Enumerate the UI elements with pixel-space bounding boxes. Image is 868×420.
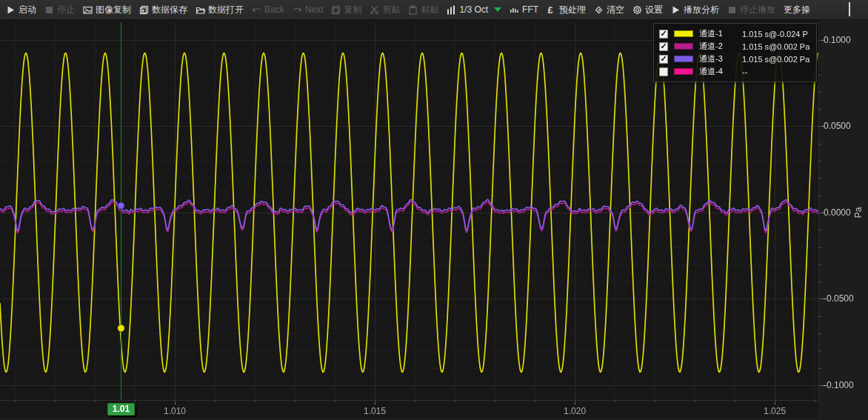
channel-value: -- (742, 67, 747, 76)
data-save-button[interactable]: 数据保存 (139, 0, 187, 19)
x-axis-tick-label: 1.015 (358, 406, 391, 416)
tag-icon (594, 5, 604, 15)
channel-color-swatch (674, 43, 693, 50)
channel-checkbox[interactable]: ✓ (659, 42, 668, 51)
next-button[interactable]: Next (293, 0, 324, 19)
channel-name: 通道-1 (699, 28, 738, 39)
x-axis-tick-label: 1.020 (558, 406, 591, 416)
channel-value: 1.015 s@-0.024 P (742, 30, 808, 39)
y-axis-tick-label: 0.0000 (824, 207, 851, 218)
legend-panel: ✓通道-11.015 s@-0.024 P✓通道-21.015 s@0.002 … (653, 23, 817, 82)
channel-checkbox[interactable] (659, 67, 668, 76)
gear-icon (632, 5, 642, 15)
data-open-button[interactable]: 数据打开 (196, 0, 244, 19)
back-button[interactable]: Back (252, 0, 284, 19)
channel-value: 1.015 s@0.002 Pa (742, 55, 809, 64)
undo-icon (252, 5, 261, 15)
channel-color-swatch (674, 56, 693, 62)
paste-button[interactable]: 粘贴 (408, 0, 438, 19)
channel-checkbox[interactable]: ✓ (659, 55, 668, 64)
save-icon (139, 5, 149, 15)
legend-row: ✓通道-21.015 s@0.002 Pa (659, 40, 809, 53)
cut-button[interactable]: 剪贴 (370, 0, 400, 19)
next-label: Next (305, 4, 324, 15)
oct-mode-label: 1/3 Oct (459, 4, 488, 15)
svg-text:£: £ (548, 5, 553, 15)
legend-row: ✓通道-11.015 s@-0.024 P (659, 27, 809, 40)
y-axis-tick-label: -0.1000 (824, 380, 854, 390)
y-axis-unit-label: Pa (853, 207, 864, 219)
clear-label: 清空 (607, 4, 624, 16)
image-icon (83, 5, 93, 15)
stop-playback-label: 停止播放 (740, 4, 775, 16)
copy-button[interactable]: 复制 (331, 0, 361, 19)
pound-icon: £ (547, 5, 556, 15)
y-axis-tick-label: 0.1000 (824, 35, 851, 45)
maximize-icon (849, 3, 850, 16)
stop-label: 停止 (57, 4, 75, 16)
back-label: Back (264, 4, 284, 15)
data-save-label: 数据保存 (152, 4, 187, 16)
dropdown-arrow-icon (494, 7, 501, 12)
channel-color-swatch (674, 30, 693, 37)
settings-button[interactable]: 设置 (632, 0, 663, 19)
fft-bars-icon (510, 5, 519, 15)
stop-icon (44, 5, 54, 15)
legend-row: ✓通道-31.015 s@0.002 Pa (659, 53, 809, 65)
fft-label: FFT (522, 4, 538, 15)
fft-button[interactable]: FFT (510, 0, 538, 19)
oct-mode-button[interactable]: 1/3 Oct (447, 0, 501, 19)
image-copy-label: 图像复制 (96, 4, 131, 16)
preprocess-button[interactable]: £预处理 (547, 0, 586, 19)
maximize-button[interactable] (839, 0, 860, 20)
image-copy-button[interactable]: 图像复制 (83, 0, 131, 19)
paste-icon (408, 5, 418, 15)
more-button[interactable]: 更多操 (784, 0, 810, 19)
bars-icon (447, 5, 456, 15)
copy-label: 复制 (344, 4, 361, 16)
channel-name: 通道-2 (699, 41, 738, 52)
redo-icon (293, 5, 302, 15)
cursor-time-chip[interactable]: 1.01 (107, 403, 135, 416)
start-label: 启动 (19, 4, 36, 16)
data-open-label: 数据打开 (208, 4, 244, 16)
start-button[interactable]: 启动 (6, 0, 36, 19)
stop-button[interactable]: 停止 (44, 0, 75, 19)
cut-label: 剪贴 (382, 4, 400, 16)
minimize-button[interactable] (818, 0, 839, 20)
chart-region: 0.10000.05000.0000-0.0500-0.10001.0101.0… (0, 20, 868, 420)
y-axis-tick-label: -0.0500 (824, 293, 854, 304)
settings-label: 设置 (645, 4, 663, 16)
scissors-icon (370, 5, 379, 15)
channel-name: 通道-3 (699, 53, 738, 64)
channel-value: 1.015 s@0.002 Pa (742, 42, 809, 51)
play-analysis-button[interactable]: 播放分析 (671, 0, 719, 19)
channel-name: 通道-4 (699, 66, 738, 77)
folder-icon (196, 5, 205, 15)
x-axis-tick-label: 1.010 (158, 406, 191, 416)
clear-button[interactable]: 清空 (594, 0, 624, 19)
stop-playback-button[interactable]: 停止播放 (727, 0, 775, 19)
paste-label: 粘贴 (421, 4, 438, 16)
close-button[interactable] (860, 0, 868, 20)
play-icon (671, 5, 681, 15)
legend-row: 通道-4-- (659, 65, 809, 78)
copy-icon (331, 5, 341, 15)
toolbar: 启动停止图像复制数据保存数据打开BackNext复制剪贴粘贴1/3 OctFFT… (0, 0, 868, 20)
more-label: 更多操 (784, 4, 810, 16)
play-analysis-label: 播放分析 (684, 4, 719, 16)
window-controls (818, 0, 868, 20)
channel-checkbox[interactable]: ✓ (659, 30, 668, 39)
stop-icon (727, 5, 737, 15)
play-icon (6, 5, 16, 15)
channel-color-swatch (674, 68, 693, 75)
preprocess-label: 预处理 (559, 4, 586, 16)
y-axis-tick-label: 0.0500 (824, 121, 851, 131)
x-axis-tick-label: 1.025 (758, 406, 791, 416)
